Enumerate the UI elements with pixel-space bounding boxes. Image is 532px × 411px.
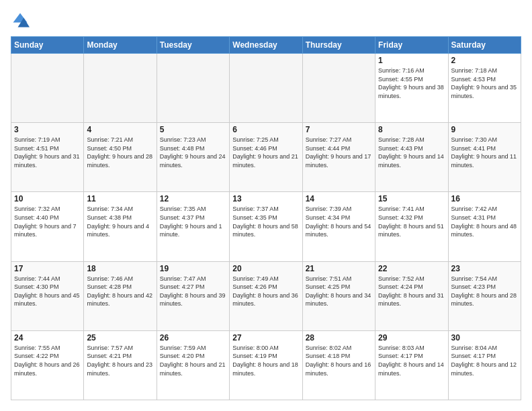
calendar-cell: 4Sunrise: 7:21 AMSunset: 4:50 PMDaylight… xyxy=(84,123,157,192)
dow-header: Sunday xyxy=(11,37,84,54)
day-number: 9 xyxy=(451,125,518,134)
calendar-cell: 29Sunrise: 8:03 AMSunset: 4:17 PMDayligh… xyxy=(375,330,448,400)
calendar-cell xyxy=(157,54,229,123)
calendar-cell: 6Sunrise: 7:25 AMSunset: 4:46 PMDaylight… xyxy=(230,123,302,192)
day-number: 23 xyxy=(451,264,518,273)
day-info: Sunrise: 7:18 AMSunset: 4:53 PMDaylight:… xyxy=(451,66,518,100)
calendar-cell: 24Sunrise: 7:55 AMSunset: 4:22 PMDayligh… xyxy=(11,330,84,400)
day-number: 12 xyxy=(160,194,226,203)
logo xyxy=(11,11,32,30)
day-info: Sunrise: 7:30 AMSunset: 4:41 PMDaylight:… xyxy=(451,136,518,169)
day-number: 25 xyxy=(87,333,153,342)
calendar-table: SundayMondayTuesdayWednesdayThursdayFrid… xyxy=(11,36,521,400)
calendar-cell: 12Sunrise: 7:35 AMSunset: 4:37 PMDayligh… xyxy=(157,192,229,261)
day-number: 2 xyxy=(451,56,518,65)
calendar-cell: 18Sunrise: 7:46 AMSunset: 4:28 PMDayligh… xyxy=(84,261,157,330)
calendar-cell: 3Sunrise: 7:19 AMSunset: 4:51 PMDaylight… xyxy=(11,123,84,192)
calendar-cell: 19Sunrise: 7:47 AMSunset: 4:27 PMDayligh… xyxy=(157,261,229,330)
day-number: 3 xyxy=(14,125,81,134)
day-info: Sunrise: 7:37 AMSunset: 4:35 PMDaylight:… xyxy=(232,205,299,238)
dow-header: Thursday xyxy=(302,37,375,54)
dow-header: Friday xyxy=(375,37,448,54)
logo-icon xyxy=(11,11,30,30)
calendar-cell: 7Sunrise: 7:27 AMSunset: 4:44 PMDaylight… xyxy=(302,123,375,192)
day-info: Sunrise: 7:44 AMSunset: 4:30 PMDaylight:… xyxy=(14,275,81,308)
calendar-cell: 9Sunrise: 7:30 AMSunset: 4:41 PMDaylight… xyxy=(448,123,521,192)
day-info: Sunrise: 7:47 AMSunset: 4:27 PMDaylight:… xyxy=(160,275,226,308)
calendar-cell xyxy=(84,54,157,123)
day-info: Sunrise: 8:04 AMSunset: 4:17 PMDaylight:… xyxy=(451,344,518,377)
calendar-cell: 26Sunrise: 7:59 AMSunset: 4:20 PMDayligh… xyxy=(157,330,229,400)
day-number: 5 xyxy=(160,125,226,134)
calendar-cell: 15Sunrise: 7:41 AMSunset: 4:32 PMDayligh… xyxy=(375,192,448,261)
day-info: Sunrise: 7:42 AMSunset: 4:31 PMDaylight:… xyxy=(451,205,518,238)
calendar-cell: 2Sunrise: 7:18 AMSunset: 4:53 PMDaylight… xyxy=(448,54,521,123)
day-number: 14 xyxy=(306,194,372,203)
day-info: Sunrise: 7:34 AMSunset: 4:38 PMDaylight:… xyxy=(87,205,153,238)
day-info: Sunrise: 7:23 AMSunset: 4:48 PMDaylight:… xyxy=(160,136,226,169)
day-info: Sunrise: 7:57 AMSunset: 4:21 PMDaylight:… xyxy=(87,344,153,377)
day-number: 27 xyxy=(232,333,299,342)
day-number: 30 xyxy=(451,333,518,342)
calendar-cell: 13Sunrise: 7:37 AMSunset: 4:35 PMDayligh… xyxy=(230,192,302,261)
day-number: 11 xyxy=(87,194,153,203)
day-number: 24 xyxy=(14,333,81,342)
day-info: Sunrise: 7:51 AMSunset: 4:25 PMDaylight:… xyxy=(306,275,372,308)
day-info: Sunrise: 7:55 AMSunset: 4:22 PMDaylight:… xyxy=(14,344,81,377)
calendar-cell: 17Sunrise: 7:44 AMSunset: 4:30 PMDayligh… xyxy=(11,261,84,330)
calendar-cell: 30Sunrise: 8:04 AMSunset: 4:17 PMDayligh… xyxy=(448,330,521,400)
calendar-cell: 23Sunrise: 7:54 AMSunset: 4:23 PMDayligh… xyxy=(448,261,521,330)
page: SundayMondayTuesdayWednesdayThursdayFrid… xyxy=(0,0,532,411)
day-number: 13 xyxy=(232,194,299,203)
day-number: 4 xyxy=(87,125,153,134)
calendar-cell: 22Sunrise: 7:52 AMSunset: 4:24 PMDayligh… xyxy=(375,261,448,330)
day-info: Sunrise: 7:25 AMSunset: 4:46 PMDaylight:… xyxy=(232,136,299,169)
calendar-cell: 25Sunrise: 7:57 AMSunset: 4:21 PMDayligh… xyxy=(84,330,157,400)
day-number: 6 xyxy=(232,125,299,134)
calendar-cell: 16Sunrise: 7:42 AMSunset: 4:31 PMDayligh… xyxy=(448,192,521,261)
day-info: Sunrise: 7:49 AMSunset: 4:26 PMDaylight:… xyxy=(232,275,299,308)
dow-header: Wednesday xyxy=(230,37,302,54)
day-info: Sunrise: 7:59 AMSunset: 4:20 PMDaylight:… xyxy=(160,344,226,377)
calendar-cell xyxy=(11,54,84,123)
calendar-cell: 11Sunrise: 7:34 AMSunset: 4:38 PMDayligh… xyxy=(84,192,157,261)
calendar-cell: 14Sunrise: 7:39 AMSunset: 4:34 PMDayligh… xyxy=(302,192,375,261)
day-number: 17 xyxy=(14,264,81,273)
calendar-cell: 21Sunrise: 7:51 AMSunset: 4:25 PMDayligh… xyxy=(302,261,375,330)
day-info: Sunrise: 7:46 AMSunset: 4:28 PMDaylight:… xyxy=(87,275,153,308)
day-info: Sunrise: 8:03 AMSunset: 4:17 PMDaylight:… xyxy=(378,344,445,377)
day-info: Sunrise: 7:21 AMSunset: 4:50 PMDaylight:… xyxy=(87,136,153,169)
day-info: Sunrise: 7:54 AMSunset: 4:23 PMDaylight:… xyxy=(451,275,518,308)
day-info: Sunrise: 7:19 AMSunset: 4:51 PMDaylight:… xyxy=(14,136,81,169)
calendar-cell: 8Sunrise: 7:28 AMSunset: 4:43 PMDaylight… xyxy=(375,123,448,192)
calendar-cell xyxy=(302,54,375,123)
calendar-cell xyxy=(230,54,302,123)
day-number: 21 xyxy=(306,264,372,273)
day-info: Sunrise: 7:16 AMSunset: 4:55 PMDaylight:… xyxy=(378,66,445,100)
day-number: 10 xyxy=(14,194,81,203)
day-info: Sunrise: 8:00 AMSunset: 4:19 PMDaylight:… xyxy=(232,344,299,377)
day-info: Sunrise: 7:27 AMSunset: 4:44 PMDaylight:… xyxy=(306,136,372,169)
dow-header: Monday xyxy=(84,37,157,54)
calendar-cell: 10Sunrise: 7:32 AMSunset: 4:40 PMDayligh… xyxy=(11,192,84,261)
day-info: Sunrise: 7:35 AMSunset: 4:37 PMDaylight:… xyxy=(160,205,226,238)
day-number: 29 xyxy=(378,333,445,342)
header xyxy=(11,11,521,30)
day-number: 1 xyxy=(378,56,445,65)
day-number: 15 xyxy=(378,194,445,203)
day-info: Sunrise: 7:39 AMSunset: 4:34 PMDaylight:… xyxy=(306,205,372,238)
day-info: Sunrise: 8:02 AMSunset: 4:18 PMDaylight:… xyxy=(306,344,372,377)
calendar-cell: 5Sunrise: 7:23 AMSunset: 4:48 PMDaylight… xyxy=(157,123,229,192)
day-number: 28 xyxy=(306,333,372,342)
calendar-cell: 1Sunrise: 7:16 AMSunset: 4:55 PMDaylight… xyxy=(375,54,448,123)
day-number: 18 xyxy=(87,264,153,273)
day-number: 7 xyxy=(306,125,372,134)
day-number: 22 xyxy=(378,264,445,273)
dow-header: Saturday xyxy=(448,37,521,54)
day-number: 20 xyxy=(232,264,299,273)
day-number: 16 xyxy=(451,194,518,203)
calendar-cell: 27Sunrise: 8:00 AMSunset: 4:19 PMDayligh… xyxy=(230,330,302,400)
day-number: 26 xyxy=(160,333,226,342)
day-info: Sunrise: 7:52 AMSunset: 4:24 PMDaylight:… xyxy=(378,275,445,308)
day-info: Sunrise: 7:28 AMSunset: 4:43 PMDaylight:… xyxy=(378,136,445,169)
